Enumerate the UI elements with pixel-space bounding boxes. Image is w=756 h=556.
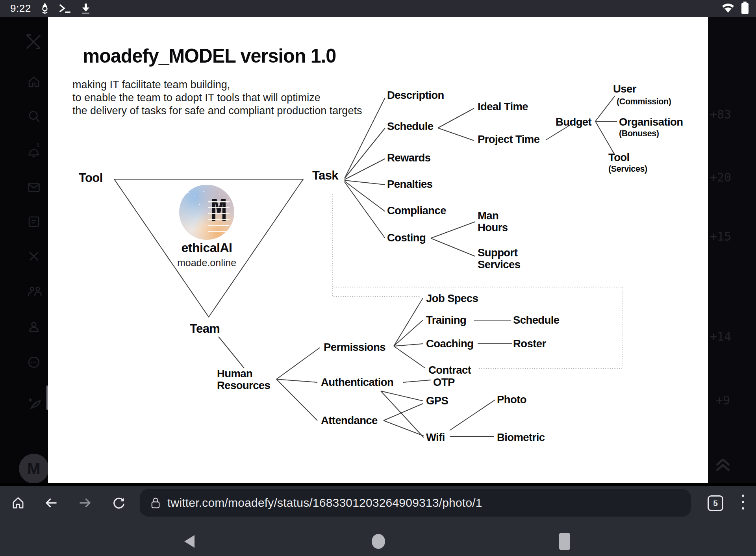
node-permissions: Permissions: [324, 341, 385, 353]
wifi-icon: [721, 2, 735, 15]
nav-back-button[interactable]: [184, 535, 195, 548]
node-user: User: [613, 83, 636, 95]
overflow-menu-icon[interactable]: [742, 495, 744, 513]
browser-home-icon[interactable]: [11, 496, 25, 510]
search-icon[interactable]: [27, 109, 41, 124]
forward-icon[interactable]: [78, 496, 92, 510]
brand-name: ethicalAI: [171, 241, 242, 255]
brand-site: moade.online: [171, 257, 242, 269]
node-ideal-time: Ideal Time: [478, 101, 528, 113]
status-bar: 9:22: [0, 0, 756, 17]
node-gps: GPS: [426, 395, 448, 407]
node-contract: Contract: [428, 364, 471, 376]
usb-icon: [40, 3, 50, 15]
node-tool-services-sub: (Services): [608, 165, 647, 174]
more-icon[interactable]: [27, 355, 41, 369]
node-wifi: Wifi: [426, 432, 445, 443]
compose-icon[interactable]: [27, 396, 41, 410]
profile-icon[interactable]: [27, 320, 41, 334]
node-job-specs: Job Specs: [426, 293, 478, 304]
battery-icon: [741, 2, 749, 16]
node-user-commission: (Commission): [617, 97, 671, 106]
count-replies: +15: [710, 230, 731, 243]
communities-icon[interactable]: [27, 284, 41, 298]
node-task: Task: [312, 169, 338, 182]
ethicalai-logo: M: [179, 185, 234, 240]
count-likes: +20: [710, 171, 731, 184]
diagram-title: moadefy_MODEL version 1.0: [83, 44, 336, 67]
count-bookmarks: +14: [710, 330, 731, 343]
node-team: Team: [190, 322, 220, 335]
node-man-hours: Man Hours: [478, 210, 508, 233]
node-penalties: Penalties: [387, 178, 432, 190]
download-icon: [81, 3, 91, 15]
count-shares: +9: [716, 393, 730, 407]
url-text: twitter.com/moadefy/status/1683301203264…: [167, 496, 482, 510]
node-training-schedule: Schedule: [513, 314, 559, 326]
lists-icon[interactable]: [27, 215, 41, 229]
node-attendance: Attendance: [321, 415, 378, 426]
android-nav-bar: [0, 527, 756, 556]
refresh-icon[interactable]: [112, 496, 126, 510]
notifications-bell-icon[interactable]: 1: [27, 145, 41, 159]
node-biometric: Biometric: [497, 432, 545, 443]
tweet-photo[interactable]: moadefy_MODEL version 1.0 making IT faci…: [48, 17, 708, 483]
lock-icon: [150, 497, 161, 509]
node-description: Description: [387, 89, 444, 101]
account-avatar[interactable]: M: [19, 454, 49, 484]
count-reposts: +83: [710, 107, 731, 121]
back-icon[interactable]: [44, 496, 58, 510]
home-icon[interactable]: [27, 75, 41, 89]
clock: 9:22: [10, 2, 31, 15]
node-tool-services: Tool: [608, 152, 630, 163]
node-project-time: Project Time: [478, 133, 539, 145]
x-app-sidebar: 1 M: [0, 17, 48, 483]
url-bar[interactable]: twitter.com/moadefy/status/1683301203264…: [140, 489, 691, 517]
nav-home-button[interactable]: [372, 534, 385, 549]
logo-stars: [187, 192, 189, 193]
node-tool: Tool: [79, 171, 103, 184]
node-human-resources: Human Resources: [217, 368, 270, 391]
node-roster: Roster: [513, 338, 546, 350]
node-training: Training: [426, 314, 466, 326]
nav-recents-button[interactable]: [559, 533, 570, 550]
node-photo: Photo: [497, 394, 526, 406]
node-compliance: Compliance: [387, 205, 446, 217]
logo-stripes: [208, 196, 230, 233]
node-support-services: Support Services: [478, 247, 520, 270]
node-otp: OTP: [433, 376, 455, 388]
diagram-subtitle: making IT facilitate team building, to e…: [72, 78, 362, 117]
terminal-icon: [59, 3, 72, 14]
node-costing: Costing: [387, 232, 426, 244]
premium-x-icon[interactable]: [27, 249, 41, 263]
node-organisation: Organisation: [619, 116, 683, 128]
node-coaching: Coaching: [426, 338, 473, 350]
browser-chrome: twitter.com/moadefy/status/1683301203264…: [0, 486, 756, 556]
notification-badge: 1: [36, 142, 39, 148]
messages-icon[interactable]: [27, 180, 41, 195]
node-rewards: Rewards: [387, 152, 430, 164]
node-budget: Budget: [556, 116, 591, 128]
engagement-strip: +83 +20 +15 +14 +9: [708, 17, 756, 483]
tab-counter[interactable]: 5: [708, 495, 723, 511]
node-schedule: Schedule: [387, 120, 433, 132]
chevron-double-up-icon[interactable]: [714, 457, 732, 474]
x-logo-icon[interactable]: [24, 33, 39, 47]
photo-gap: [0, 483, 756, 486]
node-authentication: Authentication: [321, 376, 393, 388]
node-organisation-bonuses: (Bonuses): [619, 129, 659, 138]
